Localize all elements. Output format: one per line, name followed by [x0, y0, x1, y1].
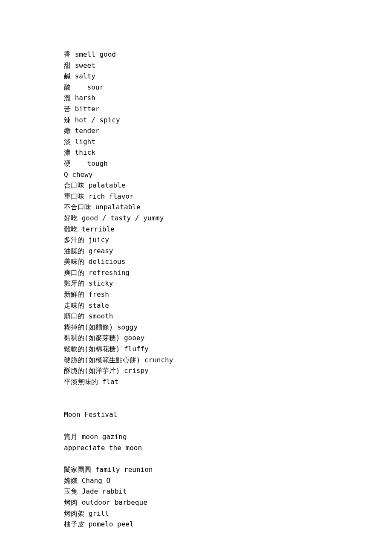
vocab-entry: Q chewy	[64, 169, 328, 180]
vocab-entry: 闔家團圓 family reunion	[64, 464, 328, 475]
vocab-entry: 甜 sweet	[64, 60, 328, 71]
vocab-entry: appreciate the moon	[64, 442, 328, 454]
vocab-entry: 酸 sour	[64, 82, 328, 93]
vocab-entry: 淡 light	[64, 136, 328, 147]
vocab-entry: 不合口味 unpalatable	[64, 202, 328, 213]
vocab-entry: 美味的 delicious	[64, 256, 328, 267]
vocab-entry: 鬆軟的(如棉花糖) fluffy	[64, 344, 328, 355]
vocab-entry: 好吃 good / tasty / yummy	[64, 213, 328, 224]
blank-line	[64, 398, 328, 409]
blank-line	[64, 453, 328, 464]
vocab-entry: 油膩的 greasy	[64, 246, 328, 257]
vocab-entry: 酥脆的(如洋芋片) crispy	[64, 365, 328, 376]
vocab-entry: 烤肉架 grill	[64, 508, 328, 519]
vocab-entry: 鹹 salty	[64, 71, 328, 82]
vocab-entry: 嫩 tender	[64, 125, 328, 136]
tastes-vocab-list: 香 smell good甜 sweet鹹 salty酸 sour澀 harsh苦…	[64, 49, 328, 387]
vocab-entry: 辣 hot / spicy	[64, 115, 328, 126]
vocab-entry: 合口味 palatable	[64, 180, 328, 191]
vocab-entry: 柚子皮 pomelo peel	[64, 519, 328, 530]
vocab-entry: 黏稠的(如麥芽糖) gooey	[64, 332, 328, 344]
vocab-entry: 平淡無味的 flat	[64, 376, 328, 387]
vocab-entry: 澀 harsh	[64, 92, 328, 104]
vocab-entry: 難吃 terrible	[64, 224, 328, 235]
document-page: 香 smell good甜 sweet鹹 salty酸 sour澀 harsh苦…	[0, 0, 392, 555]
moon-vocab-block-1: 賞月 moon gazingappreciate the moon	[64, 431, 328, 453]
vocab-entry: 濃 thick	[64, 147, 328, 158]
vocab-entry: 順口的 smooth	[64, 311, 328, 322]
vocab-entry: 賞月 moon gazing	[64, 431, 328, 442]
vocab-entry: 硬 tough	[64, 158, 328, 169]
vocab-entry: 硬脆的(如模範生點心餅) crunchy	[64, 355, 328, 366]
vocab-entry: 重口味 rich flavor	[64, 191, 328, 202]
section-heading: Moon Festival	[64, 409, 328, 420]
vocab-entry: 爽口的 refreshing	[64, 267, 328, 278]
vocab-entry: 黏牙的 sticky	[64, 278, 328, 289]
section-gap	[64, 387, 328, 398]
vocab-entry: 烤肉 outdoor barbeque	[64, 497, 328, 508]
vocab-entry: 多汁的 juicy	[64, 234, 328, 246]
vocab-entry: 玉兔 Jade rabbit	[64, 486, 328, 497]
vocab-entry: 糊掉的(如麵條) soggy	[64, 322, 328, 333]
moon-vocab-block-2: 闔家團圓 family reunion嫦娥 Chang O玉兔 Jade rab…	[64, 464, 328, 530]
blank-line	[64, 420, 328, 431]
vocab-entry: 嫦娥 Chang O	[64, 475, 328, 486]
vocab-entry: 苦 bitter	[64, 104, 328, 115]
vocab-entry: 香 smell good	[64, 49, 328, 60]
vocab-entry: 新鮮的 fresh	[64, 289, 328, 300]
vocab-entry: 走味的 stale	[64, 300, 328, 311]
